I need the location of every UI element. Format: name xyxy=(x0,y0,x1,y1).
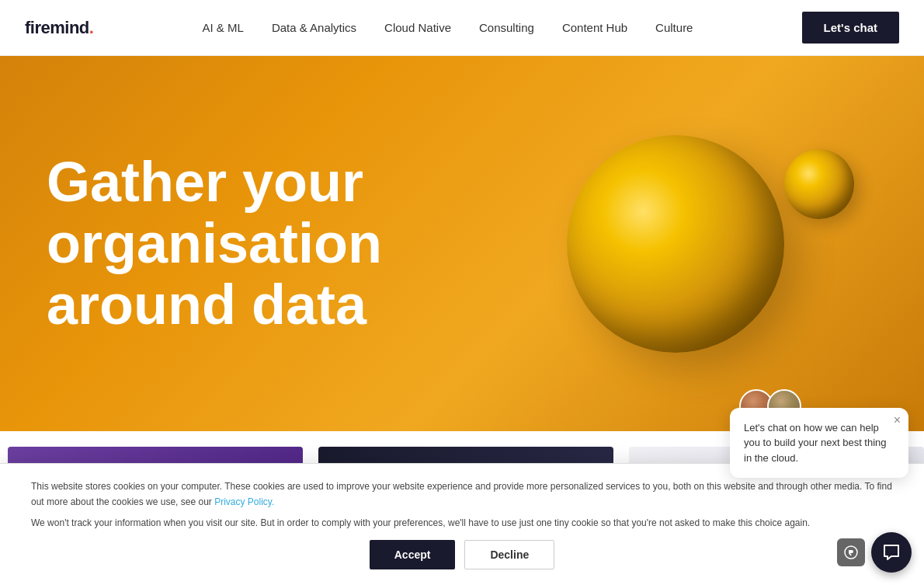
nav-item-ai-ml[interactable]: AI & ML xyxy=(203,21,244,34)
privacy-policy-link[interactable]: Privacy Policy. xyxy=(214,496,274,507)
cookie-decline-button[interactable]: Decline xyxy=(464,540,554,569)
hero-section: Gather your organisation around data xyxy=(0,56,924,431)
logo-text: firemind. xyxy=(25,18,93,38)
nav-item-consulting[interactable]: Consulting xyxy=(479,21,534,34)
cookie-text-block: This website stores cookies on your comp… xyxy=(31,479,893,531)
chat-icon xyxy=(881,542,901,562)
chat-bubble: × Let's chat on how we can help you to b… xyxy=(730,408,908,479)
chat-bubble-text: Let's chat on how we can help you to bui… xyxy=(744,420,894,466)
main-nav: AI & ML Data & Analytics Cloud Native Co… xyxy=(203,21,693,34)
bottom-widget-row xyxy=(837,532,912,573)
chat-widget: × Let's chat on how we can help you to b… xyxy=(730,380,908,485)
nav-item-content-hub[interactable]: Content Hub xyxy=(562,21,627,34)
hero-text-block: Gather your organisation around data xyxy=(0,151,637,336)
nav-item-culture[interactable]: Culture xyxy=(655,21,693,34)
chat-circle-button[interactable] xyxy=(871,532,912,573)
nav-item-cloud-native[interactable]: Cloud Native xyxy=(384,21,451,34)
header: firemind. AI & ML Data & Analytics Cloud… xyxy=(0,0,924,56)
cookie-accept-button[interactable]: Accept xyxy=(370,540,456,569)
cookie-text-1: This website stores cookies on your comp… xyxy=(31,479,893,509)
lets-chat-button[interactable]: Let's chat xyxy=(802,12,899,44)
cookie-buttons: Accept Decline xyxy=(31,540,893,569)
sphere-small-decoration xyxy=(784,149,854,219)
cookie-text-2: We won't track your information when you… xyxy=(31,516,893,531)
hero-heading: Gather your organisation around data xyxy=(47,151,590,336)
logo[interactable]: firemind. xyxy=(25,18,93,38)
chat-close-button[interactable]: × xyxy=(894,414,901,427)
nav-item-data-analytics[interactable]: Data & Analytics xyxy=(272,21,356,34)
revain-logo-button[interactable] xyxy=(837,538,865,566)
